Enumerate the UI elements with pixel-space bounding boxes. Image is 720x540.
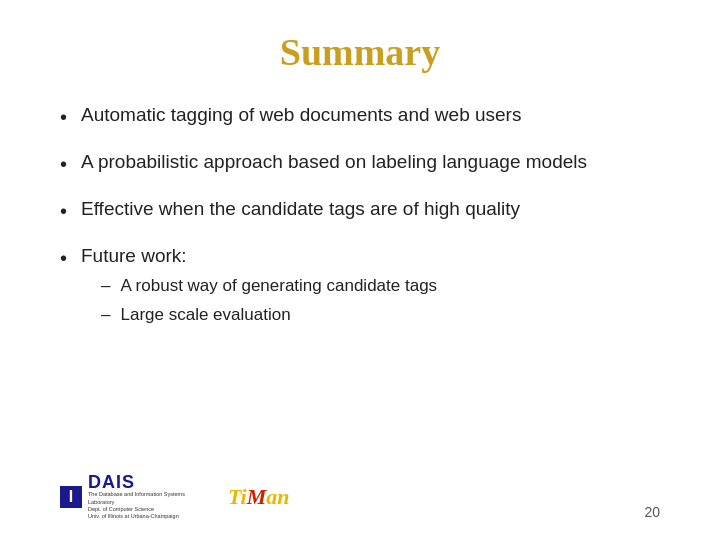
footer: I DAIS The Database and Information Syst…	[60, 463, 660, 520]
slide-title: Summary	[60, 30, 660, 74]
sub-bullet-item-2: – Large scale evaluation	[101, 304, 660, 327]
bullet-item-4: • Future work: – A robust way of generat…	[60, 243, 660, 333]
bullet-text-4: Future work: – A robust way of generatin…	[81, 243, 660, 333]
timan-ti: Ti	[228, 484, 247, 509]
bullet-text-2: A probabilistic approach based on labeli…	[81, 149, 660, 175]
idais-subtitle: The Database and Information Systems Lab…	[88, 491, 208, 520]
idais-text-block: DAIS The Database and Information System…	[88, 473, 208, 520]
slide: Summary • Automatic tagging of web docum…	[0, 0, 720, 540]
bullet-text-3: Effective when the candidate tags are of…	[81, 196, 660, 222]
bullet-dot-4: •	[60, 245, 67, 272]
bullet-dot-3: •	[60, 198, 67, 225]
sub-bullet-text-1: A robust way of generating candidate tag…	[120, 275, 437, 298]
timan-m: M	[247, 484, 267, 509]
page-number: 20	[644, 504, 660, 520]
sub-bullet-item-1: – A robust way of generating candidate t…	[101, 275, 660, 298]
bullet-text-1: Automatic tagging of web documents and w…	[81, 102, 660, 128]
sub-dash-1: –	[101, 275, 110, 298]
timan-an: an	[266, 484, 289, 509]
bullet-dot-2: •	[60, 151, 67, 178]
idais-i-icon: I	[60, 486, 82, 508]
idais-logo: I DAIS The Database and Information Syst…	[60, 473, 208, 520]
bullet-item-1: • Automatic tagging of web documents and…	[60, 102, 660, 131]
bullet-item-3: • Effective when the candidate tags are …	[60, 196, 660, 225]
bullet-item-2: • A probabilistic approach based on labe…	[60, 149, 660, 178]
footer-logos: I DAIS The Database and Information Syst…	[60, 473, 290, 520]
bullet-list: • Automatic tagging of web documents and…	[60, 102, 660, 351]
sub-dash-2: –	[101, 304, 110, 327]
bullet-dot-1: •	[60, 104, 67, 131]
slide-content: • Automatic tagging of web documents and…	[60, 102, 660, 463]
idais-dais-label: DAIS	[88, 473, 208, 491]
sub-bullet-text-2: Large scale evaluation	[120, 304, 290, 327]
timan-logo: TiMan	[228, 484, 290, 510]
sub-bullet-list: – A robust way of generating candidate t…	[101, 275, 660, 327]
